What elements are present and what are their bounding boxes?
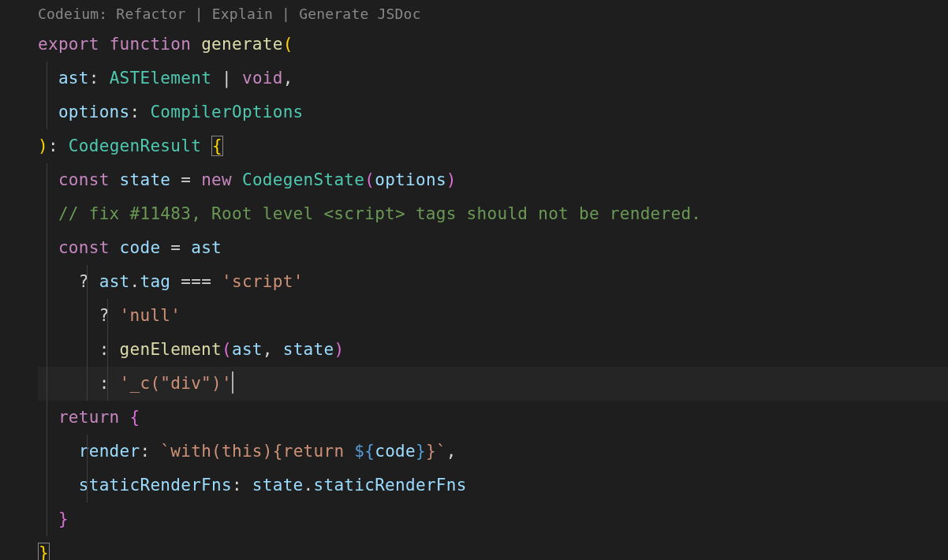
code-line[interactable]: render: `with(this){return ${code}}`,: [38, 435, 948, 469]
codelens-action-jsdoc[interactable]: Generate JSDoc: [299, 6, 421, 22]
arg-state: state: [283, 340, 334, 359]
fn-genelement: genElement: [120, 340, 222, 359]
code-line[interactable]: ? 'null': [38, 299, 948, 333]
string-cdiv: '_c("div")': [120, 374, 232, 393]
comma: ,: [283, 69, 293, 88]
code-line[interactable]: : genElement(ast, state): [38, 333, 948, 367]
triple-eq: ===: [181, 272, 211, 291]
prop-render: render: [79, 442, 140, 461]
codelens-bar: Codeium: Refactor | Explain | Generate J…: [0, 0, 948, 28]
paren-close: ): [334, 340, 344, 359]
template-text: }: [426, 442, 436, 461]
code-line-active[interactable]: : '_c("div")': [38, 367, 948, 401]
colon: :: [232, 476, 242, 495]
text-cursor: [232, 371, 233, 394]
type-compileroptions: CompilerOptions: [150, 103, 303, 121]
type-astelement: ASTElement: [110, 69, 211, 88]
type-codegenresult: CodegenResult: [69, 136, 201, 155]
template-open: `: [160, 442, 170, 461]
interp-close: }: [416, 442, 426, 461]
template-text: with(this){return: [170, 442, 354, 461]
arg-ast: ast: [232, 340, 263, 359]
prop-staticrenderfns: staticRenderFns: [79, 476, 232, 495]
comma: ,: [446, 442, 457, 461]
paren-close: ): [38, 136, 48, 155]
code-line[interactable]: ): CodegenResult {: [38, 129, 948, 163]
function-name: generate: [201, 35, 283, 54]
code-line[interactable]: ast: ASTElement | void,: [38, 62, 948, 95]
colon: :: [89, 69, 99, 88]
paren-open: (: [222, 340, 232, 359]
brace-open: {: [211, 136, 223, 156]
codelens-provider: Codeium:: [38, 6, 107, 22]
code-line[interactable]: const code = ast: [38, 231, 948, 265]
colon: :: [48, 136, 58, 155]
comma: ,: [263, 340, 273, 359]
prop-staticrenderfns2: staticRenderFns: [314, 476, 467, 495]
code-line[interactable]: options: CompilerOptions: [38, 95, 948, 129]
arg-options: options: [375, 170, 446, 189]
code-line[interactable]: export function generate(: [38, 28, 948, 62]
comment: // fix #11483, Root level <script> tags …: [58, 204, 701, 223]
dot: .: [304, 476, 314, 495]
paren-open: (: [283, 35, 293, 54]
pipe: |: [222, 69, 232, 88]
dot: .: [130, 272, 140, 291]
codelens-separator: |: [186, 6, 212, 22]
keyword-void: void: [242, 69, 283, 88]
keyword-const: const: [58, 170, 110, 189]
equals: =: [181, 170, 191, 189]
codelens-separator: |: [273, 6, 299, 22]
code-line[interactable]: const state = new CodegenState(options): [38, 163, 948, 197]
code-line[interactable]: }: [38, 536, 948, 560]
param-ast: ast: [58, 69, 89, 88]
paren-close: ): [446, 170, 457, 189]
keyword-export: export: [38, 35, 99, 54]
keyword-return: return: [58, 408, 120, 427]
codelens-action-refactor[interactable]: Refactor: [116, 6, 185, 22]
string-script: 'script': [222, 272, 304, 291]
code-editor[interactable]: export function generate( ast: ASTElemen…: [0, 28, 948, 560]
code-line[interactable]: }: [38, 502, 948, 536]
var-state: state: [120, 170, 171, 189]
keyword-const: const: [58, 238, 110, 257]
code-line[interactable]: ? ast.tag === 'script': [38, 265, 948, 299]
ctor-codegenstate: CodegenState: [242, 170, 364, 189]
code-line[interactable]: return {: [38, 401, 948, 435]
equals: =: [170, 238, 181, 257]
interp-var-code: code: [375, 442, 416, 461]
codelens-action-explain[interactable]: Explain: [212, 6, 273, 22]
colon: :: [140, 442, 150, 461]
brace-close: }: [58, 510, 69, 528]
brace-close: }: [38, 543, 50, 560]
keyword-new: new: [201, 170, 232, 189]
code-line[interactable]: staticRenderFns: state.staticRenderFns: [38, 469, 948, 502]
keyword-function: function: [110, 35, 192, 54]
code-line[interactable]: // fix #11483, Root level <script> tags …: [38, 197, 948, 231]
brace-open: {: [130, 408, 140, 427]
colon: :: [130, 103, 140, 121]
template-close: `: [436, 442, 446, 461]
var-state: state: [252, 476, 304, 495]
var-ast: ast: [99, 272, 130, 291]
var-ast: ast: [191, 238, 222, 257]
param-options: options: [58, 103, 130, 121]
paren-open: (: [364, 170, 375, 189]
string-null: 'null': [120, 306, 181, 325]
var-code: code: [120, 238, 161, 257]
interp-open: ${: [354, 442, 375, 461]
prop-tag: tag: [140, 272, 170, 291]
